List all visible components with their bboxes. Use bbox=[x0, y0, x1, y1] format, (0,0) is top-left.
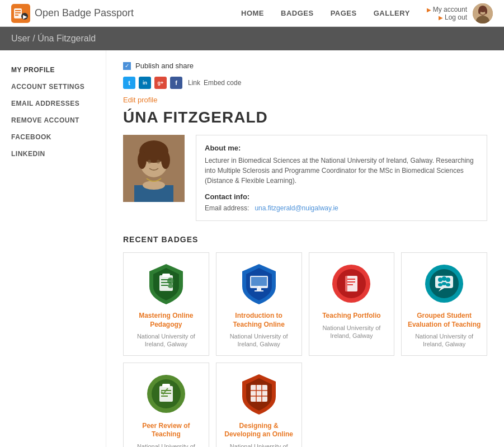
badge-org-1: National University of Ireland, Galway bbox=[129, 332, 203, 349]
logout-arrow: ▶ bbox=[439, 15, 445, 21]
badge-slot-empty-1 bbox=[309, 363, 395, 447]
svg-point-48 bbox=[442, 276, 446, 281]
logo-text: Open Badge Passport bbox=[35, 7, 134, 19]
sidebar-item-email-addresses[interactable]: EMAIL ADDRESSES bbox=[0, 95, 106, 112]
link-button[interactable]: Link bbox=[188, 79, 200, 87]
badge-title-1: Mastering Online Pedagogy bbox=[129, 312, 203, 329]
svg-rect-40 bbox=[347, 281, 355, 283]
email-link[interactable]: una.fitzgerald@nuigalway.ie bbox=[255, 204, 338, 212]
profile-section: About me: Lecturer in Biomedical Science… bbox=[123, 135, 487, 221]
svg-rect-3 bbox=[15, 12, 21, 13]
svg-text:▶: ▶ bbox=[23, 14, 27, 20]
badge-card-4[interactable]: Grouped Student Evaluation of Teaching N… bbox=[401, 252, 487, 356]
badge-org-6: National University of Ireland, Galway bbox=[222, 443, 296, 447]
avatar-image bbox=[473, 3, 493, 23]
twitter-icon[interactable]: t bbox=[123, 77, 135, 89]
nav-home[interactable]: HOME bbox=[241, 9, 264, 17]
badge-org-4: National University of Ireland, Galway bbox=[407, 332, 481, 349]
svg-rect-2 bbox=[15, 10, 21, 11]
svg-point-17 bbox=[138, 151, 147, 169]
badges-grid-row1: Mastering Online Pedagogy National Unive… bbox=[123, 252, 487, 356]
publish-label: Publish and share bbox=[135, 62, 194, 70]
sidebar-item-remove-account[interactable]: REMOVE ACCOUNT bbox=[0, 112, 106, 129]
badge-title-6: Designing & Developing an Online bbox=[222, 422, 296, 439]
main-content: ✓ Publish and share t in g+ f Link Embed… bbox=[106, 50, 504, 447]
badge-icon-6 bbox=[237, 371, 281, 416]
svg-point-47 bbox=[438, 283, 442, 286]
svg-rect-31 bbox=[251, 277, 267, 286]
svg-point-20 bbox=[157, 160, 160, 164]
badge-card-2[interactable]: Introduction to Teaching Online National… bbox=[216, 252, 302, 356]
badge-title-5: Peer Review of Teaching bbox=[129, 422, 203, 439]
recent-badges-title: RECENT BADGES bbox=[123, 235, 487, 244]
svg-rect-33 bbox=[255, 290, 263, 291]
svg-rect-38 bbox=[345, 276, 347, 291]
publish-row: ✓ Publish and share bbox=[123, 62, 487, 70]
facebook-icon[interactable]: f bbox=[170, 77, 182, 89]
badge-org-5: National University of Ireland, Galway bbox=[129, 443, 203, 447]
sidebar: MY PROFILE ACCOUNT SETTINGS EMAIL ADDRES… bbox=[0, 50, 106, 447]
profile-name: ÚNA FITZGERALD bbox=[123, 109, 487, 126]
badge-icon-5 bbox=[144, 371, 189, 416]
name-block: ÚNA FITZGERALD bbox=[123, 109, 487, 126]
sidebar-item-linkedin[interactable]: LINKEDIN bbox=[0, 145, 106, 162]
svg-rect-55 bbox=[162, 384, 170, 387]
svg-rect-39 bbox=[347, 279, 355, 280]
svg-rect-24 bbox=[162, 274, 170, 277]
nav-gallery[interactable]: GALLERY bbox=[374, 9, 410, 17]
user-area: ▶ My account ▶ Log out bbox=[427, 3, 493, 23]
sidebar-item-account-settings[interactable]: ACCOUNT SETTINGS bbox=[0, 78, 106, 95]
breadcrumb-bar: User / Úna Fitzgerald bbox=[0, 27, 504, 50]
svg-rect-41 bbox=[347, 284, 353, 285]
social-row: t in g+ f Link Embed code bbox=[123, 77, 487, 89]
svg-rect-59 bbox=[251, 385, 267, 402]
email-field-label: Email address: bbox=[205, 204, 249, 212]
publish-checkbox[interactable]: ✓ bbox=[123, 62, 131, 70]
embed-code-button[interactable]: Embed code bbox=[204, 79, 241, 87]
linkedin-icon[interactable]: in bbox=[139, 77, 151, 89]
breadcrumb-user: User bbox=[11, 34, 30, 43]
svg-point-28 bbox=[167, 277, 174, 284]
user-links: ▶ My account ▶ Log out bbox=[427, 6, 467, 21]
badge-icon-3 bbox=[329, 261, 374, 306]
my-account-link[interactable]: ▶ My account bbox=[427, 6, 467, 13]
badge-card-3[interactable]: Teaching Portfolio National University o… bbox=[309, 252, 395, 356]
svg-point-49 bbox=[442, 282, 446, 285]
edit-profile-link[interactable]: Edit profile bbox=[123, 96, 157, 104]
sidebar-item-facebook[interactable]: FACEBOOK bbox=[0, 129, 106, 145]
badge-icon-4 bbox=[422, 261, 467, 306]
nav-badges[interactable]: BADGES bbox=[281, 9, 314, 17]
svg-point-22 bbox=[143, 181, 165, 190]
svg-point-19 bbox=[148, 160, 151, 164]
svg-point-50 bbox=[446, 277, 450, 282]
main-header: ▶ Open Badge Passport HOME BADGES PAGES … bbox=[0, 0, 504, 27]
breadcrumb-sep: / bbox=[30, 34, 37, 43]
google-icon[interactable]: g+ bbox=[154, 77, 167, 89]
svg-point-29 bbox=[168, 284, 173, 288]
badge-card-1[interactable]: Mastering Online Pedagogy National Unive… bbox=[123, 252, 209, 356]
svg-point-46 bbox=[438, 277, 442, 282]
badge-title-4: Grouped Student Evaluation of Teaching bbox=[407, 312, 481, 329]
profile-photo bbox=[123, 135, 185, 202]
badge-slot-empty-2 bbox=[401, 363, 487, 447]
svg-rect-27 bbox=[161, 285, 168, 286]
main-nav: HOME BADGES PAGES GALLERY bbox=[241, 9, 410, 17]
contact-label: Contact info: bbox=[205, 192, 478, 201]
sidebar-item-my-profile[interactable]: MY PROFILE bbox=[0, 62, 106, 78]
badge-title-2: Introduction to Teaching Online bbox=[222, 312, 296, 329]
nav-pages[interactable]: PAGES bbox=[331, 9, 357, 17]
svg-rect-32 bbox=[257, 288, 261, 290]
svg-point-18 bbox=[161, 151, 170, 169]
logo-area: ▶ Open Badge Passport bbox=[11, 4, 241, 23]
content-area: MY PROFILE ACCOUNT SETTINGS EMAIL ADDRES… bbox=[0, 50, 504, 447]
logo-icon: ▶ bbox=[11, 4, 30, 23]
badge-icon-2 bbox=[237, 261, 281, 306]
badge-card-6[interactable]: Designing & Developing an Online Nationa… bbox=[216, 363, 302, 447]
badge-icon-1 bbox=[144, 261, 189, 306]
about-label: About me: bbox=[205, 144, 478, 152]
badge-card-5[interactable]: Peer Review of Teaching National Univers… bbox=[123, 363, 209, 447]
badges-grid-row2: Peer Review of Teaching National Univers… bbox=[123, 363, 487, 447]
my-account-arrow: ▶ bbox=[427, 7, 433, 13]
breadcrumb-name: Úna Fitzgerald bbox=[37, 34, 96, 43]
logout-link[interactable]: ▶ Log out bbox=[439, 13, 467, 21]
